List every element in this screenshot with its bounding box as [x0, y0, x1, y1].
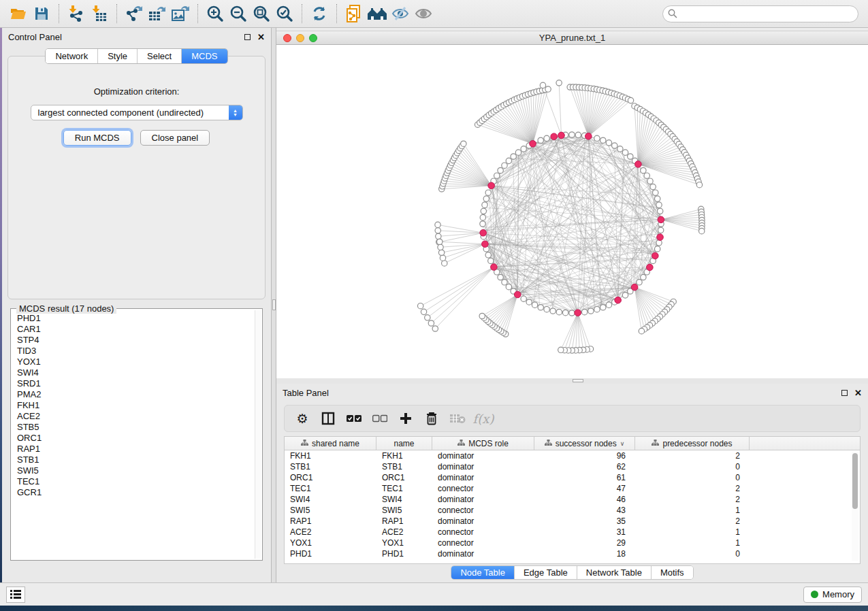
network-leaf-node[interactable]: [421, 309, 426, 314]
network-node[interactable]: [544, 306, 549, 312]
network-leaf-node[interactable]: [440, 255, 445, 261]
network-node[interactable]: [656, 202, 662, 208]
tab-motifs[interactable]: Motifs: [652, 566, 693, 579]
network-leaf-node[interactable]: [435, 228, 440, 233]
network-node[interactable]: [612, 143, 617, 148]
network-leaf-node[interactable]: [540, 82, 545, 88]
network-node[interactable]: [569, 310, 575, 316]
float-panel-icon[interactable]: [841, 390, 848, 396]
home-networks-icon[interactable]: [366, 3, 389, 24]
mcds-hub-node[interactable]: [575, 310, 581, 316]
network-node[interactable]: [600, 137, 606, 143]
criterion-dropdown[interactable]: largest connected component (undirected)…: [31, 105, 243, 120]
clear-table-icon[interactable]: [447, 408, 468, 429]
network-leaf-node[interactable]: [428, 320, 434, 326]
save-icon[interactable]: [30, 3, 53, 24]
network-leaf-node[interactable]: [545, 86, 551, 92]
network-graph[interactable]: [276, 45, 868, 378]
refresh-icon[interactable]: [308, 3, 331, 24]
network-leaf-node[interactable]: [639, 328, 644, 333]
network-node[interactable]: [511, 154, 516, 159]
network-leaf-node[interactable]: [558, 347, 564, 352]
network-leaf-node[interactable]: [437, 239, 443, 244]
table-row[interactable]: TEC1TEC1connector472: [285, 483, 860, 494]
network-node[interactable]: [617, 146, 623, 152]
network-node[interactable]: [482, 202, 487, 208]
result-node[interactable]: PHD1: [12, 313, 254, 324]
network-node[interactable]: [657, 208, 662, 214]
mcds-hub-node[interactable]: [631, 284, 638, 291]
network-leaf-node[interactable]: [436, 233, 441, 239]
mcds-hub-node[interactable]: [480, 229, 487, 236]
close-panel-button[interactable]: Close panel: [140, 130, 210, 146]
result-node[interactable]: STB5: [12, 422, 254, 433]
mcds-hub-node[interactable]: [482, 241, 489, 248]
mcds-hub-node[interactable]: [491, 264, 498, 271]
table-row[interactable]: ACE2ACE2connector311: [285, 527, 860, 538]
search-input[interactable]: [662, 5, 858, 22]
tab-mcds[interactable]: MCDS: [182, 49, 227, 63]
result-node[interactable]: PMA2: [12, 389, 254, 400]
network-leaf-node[interactable]: [442, 261, 447, 266]
network-leaf-node[interactable]: [628, 97, 633, 103]
clone-network-icon[interactable]: [342, 3, 366, 24]
zoom-selected-icon[interactable]: [273, 3, 296, 24]
network-node[interactable]: [606, 140, 611, 146]
network-node[interactable]: [575, 132, 581, 137]
network-node[interactable]: [600, 305, 606, 310]
network-leaf-node[interactable]: [438, 244, 443, 250]
hide-unselected-icon[interactable]: [389, 3, 412, 24]
table-row[interactable]: YOX1YOX1connector291: [285, 538, 860, 548]
network-node[interactable]: [658, 227, 663, 233]
network-node[interactable]: [538, 137, 543, 143]
float-panel-icon[interactable]: [244, 34, 251, 40]
result-node[interactable]: SWI4: [12, 367, 254, 378]
function-builder-icon[interactable]: f(x): [472, 408, 494, 429]
result-node[interactable]: YOX1: [12, 357, 254, 367]
network-window-titlebar[interactable]: YPA_prune.txt_1: [276, 31, 868, 45]
column-header-name[interactable]: name: [376, 437, 432, 450]
network-node[interactable]: [494, 173, 500, 178]
table-row[interactable]: ORC1ORC1dominator610: [285, 472, 860, 483]
select-all-icon[interactable]: [343, 408, 365, 429]
result-node[interactable]: TID3: [12, 346, 254, 357]
add-column-icon[interactable]: [395, 408, 417, 429]
vertical-splitter[interactable]: [271, 28, 276, 582]
network-node[interactable]: [502, 280, 507, 285]
network-leaf-node[interactable]: [556, 80, 562, 86]
network-node[interactable]: [506, 284, 511, 289]
network-node[interactable]: [502, 163, 507, 168]
network-canvas[interactable]: [276, 45, 868, 378]
splitter-handle[interactable]: [573, 379, 583, 382]
tab-network[interactable]: Network: [46, 49, 98, 63]
result-node[interactable]: TEC1: [12, 476, 254, 487]
delete-column-icon[interactable]: [421, 408, 443, 429]
gear-icon[interactable]: ⚙: [291, 408, 313, 429]
mcds-hub-node[interactable]: [657, 234, 664, 241]
export-table-icon[interactable]: [146, 3, 169, 24]
table-row[interactable]: SWI4SWI4dominator462: [285, 494, 860, 505]
network-node[interactable]: [556, 309, 562, 314]
close-panel-icon[interactable]: ✕: [257, 33, 265, 42]
network-node[interactable]: [485, 190, 491, 195]
network-node[interactable]: [485, 252, 491, 258]
network-node[interactable]: [498, 167, 503, 173]
network-node[interactable]: [532, 302, 537, 308]
network-node[interactable]: [550, 308, 556, 314]
result-scrollbar[interactable]: [255, 310, 261, 559]
network-node[interactable]: [594, 306, 600, 312]
network-node[interactable]: [594, 135, 600, 141]
network-node[interactable]: [653, 190, 658, 195]
result-node[interactable]: SRD1: [12, 378, 254, 389]
export-image-icon[interactable]: [169, 3, 192, 24]
result-node[interactable]: STB1: [12, 455, 254, 465]
show-all-icon[interactable]: [412, 3, 435, 24]
table-row[interactable]: RAP1RAP1dominator352: [285, 516, 860, 527]
network-node[interactable]: [628, 154, 633, 159]
mcds-hub-node[interactable]: [585, 133, 592, 139]
tab-edge-table[interactable]: Edge Table: [515, 566, 577, 579]
network-node[interactable]: [480, 214, 485, 220]
mcds-hub-node[interactable]: [647, 264, 654, 271]
network-node[interactable]: [606, 302, 611, 308]
splitter-handle[interactable]: [272, 299, 276, 310]
